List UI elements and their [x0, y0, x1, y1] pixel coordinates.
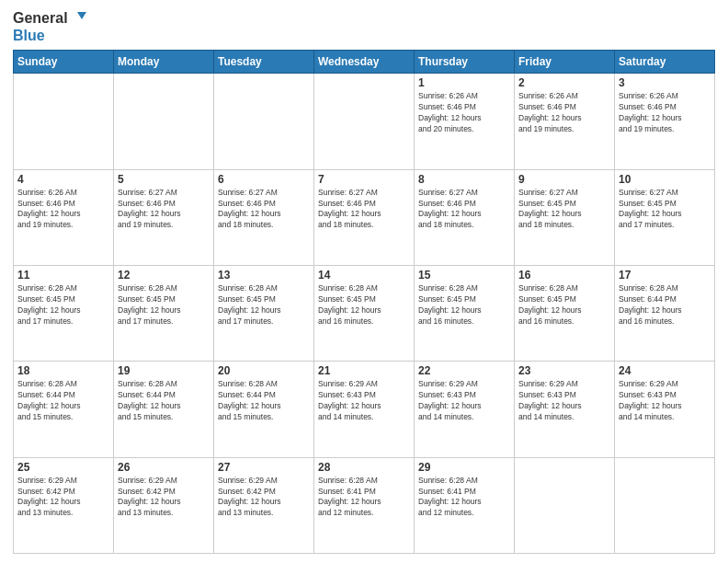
day-number: 18	[17, 364, 109, 377]
calendar-cell: 29Sunrise: 6:28 AM Sunset: 6:41 PM Dayli…	[415, 457, 515, 553]
calendar-cell: 3Sunrise: 6:26 AM Sunset: 6:46 PM Daylig…	[615, 74, 715, 169]
day-info: Sunrise: 6:28 AM Sunset: 6:41 PM Dayligh…	[318, 476, 410, 520]
day-info: Sunrise: 6:28 AM Sunset: 6:45 PM Dayligh…	[118, 283, 210, 327]
svg-marker-0	[77, 12, 86, 19]
calendar-cell: 11Sunrise: 6:28 AM Sunset: 6:45 PM Dayli…	[14, 266, 114, 362]
logo-arrow-icon	[70, 10, 86, 27]
day-info: Sunrise: 6:29 AM Sunset: 6:43 PM Dayligh…	[619, 379, 711, 423]
day-info: Sunrise: 6:29 AM Sunset: 6:43 PM Dayligh…	[318, 379, 410, 423]
calendar-cell: 21Sunrise: 6:29 AM Sunset: 6:43 PM Dayli…	[314, 362, 415, 457]
calendar-cell	[214, 74, 314, 169]
header: General Blue	[13, 9, 715, 44]
weekday-header: Wednesday	[314, 51, 415, 74]
day-number: 20	[218, 364, 310, 377]
day-info: Sunrise: 6:26 AM Sunset: 6:46 PM Dayligh…	[418, 91, 510, 135]
calendar-cell: 28Sunrise: 6:28 AM Sunset: 6:41 PM Dayli…	[314, 457, 415, 553]
day-info: Sunrise: 6:28 AM Sunset: 6:45 PM Dayligh…	[318, 283, 410, 327]
weekday-header: Monday	[114, 51, 214, 74]
calendar-cell: 13Sunrise: 6:28 AM Sunset: 6:45 PM Dayli…	[214, 266, 314, 362]
calendar-cell: 7Sunrise: 6:27 AM Sunset: 6:46 PM Daylig…	[314, 169, 415, 265]
day-info: Sunrise: 6:28 AM Sunset: 6:41 PM Dayligh…	[418, 476, 510, 520]
calendar-cell	[14, 74, 114, 169]
day-info: Sunrise: 6:29 AM Sunset: 6:43 PM Dayligh…	[418, 379, 510, 423]
day-number: 14	[318, 269, 410, 282]
day-info: Sunrise: 6:27 AM Sunset: 6:46 PM Dayligh…	[418, 188, 510, 232]
day-info: Sunrise: 6:26 AM Sunset: 6:46 PM Dayligh…	[518, 91, 610, 135]
logo: General Blue	[13, 9, 86, 44]
day-number: 4	[17, 173, 109, 186]
day-number: 8	[418, 173, 510, 186]
day-info: Sunrise: 6:27 AM Sunset: 6:45 PM Dayligh…	[619, 188, 711, 232]
day-info: Sunrise: 6:26 AM Sunset: 6:46 PM Dayligh…	[17, 188, 109, 232]
calendar-cell: 18Sunrise: 6:28 AM Sunset: 6:44 PM Dayli…	[14, 362, 114, 457]
calendar-cell	[314, 74, 415, 169]
day-number: 19	[118, 364, 210, 377]
calendar-cell: 24Sunrise: 6:29 AM Sunset: 6:43 PM Dayli…	[615, 362, 715, 457]
calendar-cell: 20Sunrise: 6:28 AM Sunset: 6:44 PM Dayli…	[214, 362, 314, 457]
day-number: 22	[418, 364, 510, 377]
calendar-cell: 22Sunrise: 6:29 AM Sunset: 6:43 PM Dayli…	[415, 362, 515, 457]
day-number: 26	[118, 461, 210, 474]
day-number: 27	[218, 461, 310, 474]
day-info: Sunrise: 6:28 AM Sunset: 6:44 PM Dayligh…	[218, 379, 310, 423]
day-info: Sunrise: 6:28 AM Sunset: 6:44 PM Dayligh…	[619, 283, 711, 327]
day-number: 28	[318, 461, 410, 474]
calendar-cell: 2Sunrise: 6:26 AM Sunset: 6:46 PM Daylig…	[515, 74, 615, 169]
day-info: Sunrise: 6:28 AM Sunset: 6:45 PM Dayligh…	[218, 283, 310, 327]
day-number: 24	[619, 364, 711, 377]
day-info: Sunrise: 6:28 AM Sunset: 6:45 PM Dayligh…	[17, 283, 109, 327]
calendar-cell: 10Sunrise: 6:27 AM Sunset: 6:45 PM Dayli…	[615, 169, 715, 265]
calendar-cell: 19Sunrise: 6:28 AM Sunset: 6:44 PM Dayli…	[114, 362, 214, 457]
day-number: 15	[418, 269, 510, 282]
logo-general: General	[13, 9, 68, 27]
calendar-cell: 1Sunrise: 6:26 AM Sunset: 6:46 PM Daylig…	[415, 74, 515, 169]
day-number: 25	[17, 461, 109, 474]
day-info: Sunrise: 6:27 AM Sunset: 6:45 PM Dayligh…	[518, 188, 610, 232]
calendar-cell: 17Sunrise: 6:28 AM Sunset: 6:44 PM Dayli…	[615, 266, 715, 362]
day-info: Sunrise: 6:28 AM Sunset: 6:45 PM Dayligh…	[418, 283, 510, 327]
calendar-cell: 6Sunrise: 6:27 AM Sunset: 6:46 PM Daylig…	[214, 169, 314, 265]
day-number: 7	[318, 173, 410, 186]
day-number: 9	[518, 173, 610, 186]
weekday-header: Sunday	[14, 51, 114, 74]
calendar-cell: 12Sunrise: 6:28 AM Sunset: 6:45 PM Dayli…	[114, 266, 214, 362]
calendar-cell: 27Sunrise: 6:29 AM Sunset: 6:42 PM Dayli…	[214, 457, 314, 553]
day-number: 6	[218, 173, 310, 186]
day-number: 23	[518, 364, 610, 377]
day-info: Sunrise: 6:29 AM Sunset: 6:42 PM Dayligh…	[17, 476, 109, 520]
day-number: 29	[418, 461, 510, 474]
logo-blue: Blue	[13, 27, 45, 44]
day-info: Sunrise: 6:28 AM Sunset: 6:44 PM Dayligh…	[17, 379, 109, 423]
day-number: 17	[619, 269, 711, 282]
day-info: Sunrise: 6:29 AM Sunset: 6:43 PM Dayligh…	[518, 379, 610, 423]
day-number: 1	[418, 76, 510, 89]
calendar-cell	[114, 74, 214, 169]
calendar-cell	[515, 457, 615, 553]
day-info: Sunrise: 6:27 AM Sunset: 6:46 PM Dayligh…	[318, 188, 410, 232]
day-info: Sunrise: 6:28 AM Sunset: 6:45 PM Dayligh…	[518, 283, 610, 327]
day-number: 5	[118, 173, 210, 186]
day-info: Sunrise: 6:29 AM Sunset: 6:42 PM Dayligh…	[218, 476, 310, 520]
calendar-cell: 4Sunrise: 6:26 AM Sunset: 6:46 PM Daylig…	[14, 169, 114, 265]
day-info: Sunrise: 6:27 AM Sunset: 6:46 PM Dayligh…	[118, 188, 210, 232]
weekday-header: Friday	[515, 51, 615, 74]
day-info: Sunrise: 6:26 AM Sunset: 6:46 PM Dayligh…	[619, 91, 711, 135]
calendar-cell	[615, 457, 715, 553]
day-number: 12	[118, 269, 210, 282]
weekday-header: Saturday	[615, 51, 715, 74]
day-number: 11	[17, 269, 109, 282]
day-info: Sunrise: 6:28 AM Sunset: 6:44 PM Dayligh…	[118, 379, 210, 423]
calendar-cell: 14Sunrise: 6:28 AM Sunset: 6:45 PM Dayli…	[314, 266, 415, 362]
day-number: 13	[218, 269, 310, 282]
day-number: 21	[318, 364, 410, 377]
calendar-cell: 9Sunrise: 6:27 AM Sunset: 6:45 PM Daylig…	[515, 169, 615, 265]
calendar-cell: 8Sunrise: 6:27 AM Sunset: 6:46 PM Daylig…	[415, 169, 515, 265]
calendar-cell: 16Sunrise: 6:28 AM Sunset: 6:45 PM Dayli…	[515, 266, 615, 362]
calendar-cell: 25Sunrise: 6:29 AM Sunset: 6:42 PM Dayli…	[14, 457, 114, 553]
calendar-table: SundayMondayTuesdayWednesdayThursdayFrid…	[13, 50, 715, 554]
calendar-cell: 5Sunrise: 6:27 AM Sunset: 6:46 PM Daylig…	[114, 169, 214, 265]
day-info: Sunrise: 6:29 AM Sunset: 6:42 PM Dayligh…	[118, 476, 210, 520]
calendar-cell: 26Sunrise: 6:29 AM Sunset: 6:42 PM Dayli…	[114, 457, 214, 553]
day-number: 10	[619, 173, 711, 186]
day-number: 16	[518, 269, 610, 282]
